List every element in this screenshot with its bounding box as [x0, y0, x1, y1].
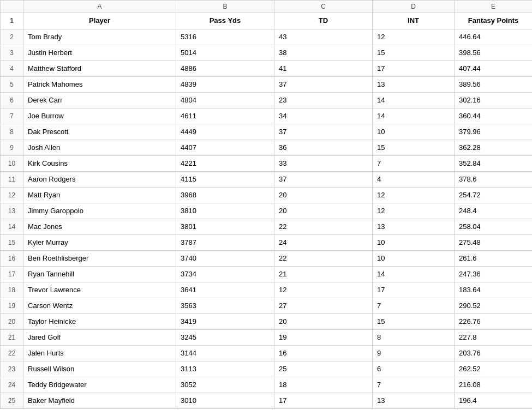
int[interactable]: 9 — [373, 346, 455, 361]
player-name[interactable]: Baker Mayfield — [23, 393, 176, 409]
player-name[interactable]: Kirk Cousins — [23, 156, 176, 172]
fantasy-points[interactable]: 216.08 — [455, 377, 533, 393]
int[interactable]: 7 — [373, 298, 455, 314]
pass-yds[interactable]: 5316 — [176, 29, 274, 45]
player-name[interactable]: Tom Brady — [23, 29, 176, 45]
header-player[interactable]: Player — [23, 13, 176, 29]
fantasy-points[interactable]: 302.16 — [455, 93, 533, 108]
int[interactable]: 7 — [373, 156, 455, 172]
player-name[interactable]: Jalen Hurts — [23, 346, 176, 361]
player-name[interactable]: Ben Roethlisberger — [23, 251, 176, 267]
td[interactable]: 25 — [274, 361, 373, 377]
pass-yds[interactable]: 4407 — [176, 140, 274, 156]
player-name[interactable]: Mac Jones — [23, 219, 176, 235]
fantasy-points[interactable]: 196.4 — [455, 393, 533, 409]
player-name[interactable]: Jared Goff — [23, 330, 176, 346]
fantasy-points[interactable]: 389.56 — [455, 77, 533, 93]
pass-yds[interactable]: 4449 — [176, 124, 274, 140]
fantasy-points[interactable]: 247.36 — [455, 267, 533, 282]
fantasy-points[interactable]: 254.72 — [455, 188, 533, 203]
int[interactable]: 10 — [373, 235, 455, 251]
int[interactable]: 13 — [373, 393, 455, 409]
td[interactable]: 34 — [274, 108, 373, 124]
fantasy-points[interactable]: 360.44 — [455, 108, 533, 124]
row-num-20[interactable]: 20 — [1, 314, 23, 330]
pass-yds[interactable]: 3419 — [176, 314, 274, 330]
int[interactable]: 10 — [373, 124, 455, 140]
col-letter-e[interactable]: E — [455, 1, 533, 13]
pass-yds[interactable]: 3245 — [176, 330, 274, 346]
row-num-13[interactable]: 13 — [1, 203, 23, 219]
player-name[interactable]: Jimmy Garoppolo — [23, 203, 176, 219]
int[interactable]: 13 — [373, 219, 455, 235]
td[interactable]: 37 — [274, 77, 373, 93]
col-letter-c[interactable]: C — [274, 1, 373, 13]
pass-yds[interactable]: 3010 — [176, 393, 274, 409]
int[interactable]: 12 — [373, 29, 455, 45]
player-name[interactable]: Teddy Bridgewater — [23, 377, 176, 393]
td[interactable]: 21 — [274, 267, 373, 282]
pass-yds[interactable]: 3144 — [176, 346, 274, 361]
fantasy-points[interactable]: 248.4 — [455, 203, 533, 219]
player-name[interactable]: Trevor Lawrence — [23, 282, 176, 298]
int[interactable]: 15 — [373, 140, 455, 156]
player-name[interactable]: Josh Allen — [23, 140, 176, 156]
row-num-10[interactable]: 10 — [1, 156, 23, 172]
pass-yds[interactable]: 4611 — [176, 108, 274, 124]
fantasy-points[interactable]: 379.96 — [455, 124, 533, 140]
int[interactable]: 14 — [373, 267, 455, 282]
pass-yds[interactable]: 3968 — [176, 188, 274, 203]
int[interactable]: 17 — [373, 61, 455, 77]
player-name[interactable]: Taylor Heinicke — [23, 314, 176, 330]
int[interactable]: 14 — [373, 93, 455, 108]
col-letter-a[interactable]: A — [23, 1, 176, 13]
td[interactable]: 37 — [274, 124, 373, 140]
pass-yds[interactable]: 4221 — [176, 156, 274, 172]
row-num-8[interactable]: 8 — [1, 124, 23, 140]
col-letter-b[interactable]: B — [176, 1, 274, 13]
row-num-11[interactable]: 11 — [1, 172, 23, 188]
row-num-2[interactable]: 2 — [1, 29, 23, 45]
int[interactable]: 14 — [373, 108, 455, 124]
fantasy-points[interactable]: 290.52 — [455, 298, 533, 314]
fantasy-points[interactable]: 183.64 — [455, 282, 533, 298]
int[interactable]: 8 — [373, 330, 455, 346]
pass-yds[interactable]: 4115 — [176, 172, 274, 188]
header-int[interactable]: INT — [373, 13, 455, 29]
row-num-3[interactable]: 3 — [1, 45, 23, 61]
row-num-9[interactable]: 9 — [1, 140, 23, 156]
pass-yds[interactable]: 3734 — [176, 267, 274, 282]
row-num-7[interactable]: 7 — [1, 108, 23, 124]
int[interactable]: 10 — [373, 251, 455, 267]
row-num-25[interactable]: 25 — [1, 393, 23, 409]
header-fantasy[interactable]: Fantasy Points — [455, 13, 533, 29]
pass-yds[interactable]: 3641 — [176, 282, 274, 298]
pass-yds[interactable]: 4839 — [176, 77, 274, 93]
td[interactable]: 37 — [274, 172, 373, 188]
player-name[interactable]: Carson Wentz — [23, 298, 176, 314]
fantasy-points[interactable]: 378.6 — [455, 172, 533, 188]
pass-yds[interactable]: 4886 — [176, 61, 274, 77]
td[interactable]: 33 — [274, 156, 373, 172]
int[interactable]: 6 — [373, 361, 455, 377]
player-name[interactable]: Matthew Stafford — [23, 61, 176, 77]
pass-yds[interactable]: 3740 — [176, 251, 274, 267]
row-num-18[interactable]: 18 — [1, 282, 23, 298]
fantasy-points[interactable]: 275.48 — [455, 235, 533, 251]
td[interactable]: 24 — [274, 235, 373, 251]
row-num-15[interactable]: 15 — [1, 235, 23, 251]
header-pass-yds[interactable]: Pass Yds — [176, 13, 274, 29]
td[interactable]: 20 — [274, 188, 373, 203]
fantasy-points[interactable]: 203.76 — [455, 346, 533, 361]
pass-yds[interactable]: 4804 — [176, 93, 274, 108]
player-name[interactable]: Ryan Tannehill — [23, 267, 176, 282]
td[interactable]: 23 — [274, 93, 373, 108]
pass-yds[interactable]: 3810 — [176, 203, 274, 219]
int[interactable]: 15 — [373, 45, 455, 61]
fantasy-points[interactable]: 227.8 — [455, 330, 533, 346]
row-num-14[interactable]: 14 — [1, 219, 23, 235]
td[interactable]: 20 — [274, 203, 373, 219]
int[interactable]: 7 — [373, 377, 455, 393]
pass-yds[interactable]: 3113 — [176, 361, 274, 377]
td[interactable]: 27 — [274, 298, 373, 314]
